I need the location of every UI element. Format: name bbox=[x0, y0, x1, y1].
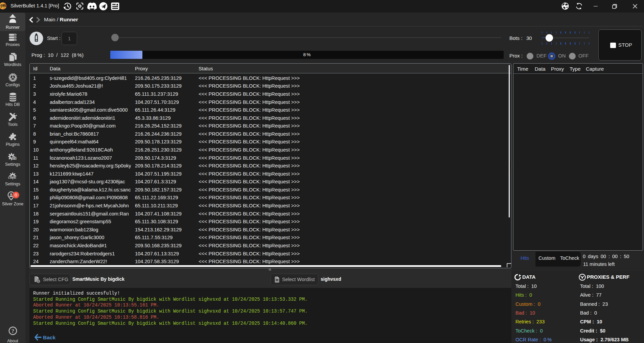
svg-text:0: 0 bbox=[15, 192, 17, 198]
svg-text:CORE: CORE bbox=[8, 176, 17, 180]
svg-text:?: ? bbox=[12, 328, 14, 334]
svg-text:SB: SB bbox=[12, 156, 17, 160]
